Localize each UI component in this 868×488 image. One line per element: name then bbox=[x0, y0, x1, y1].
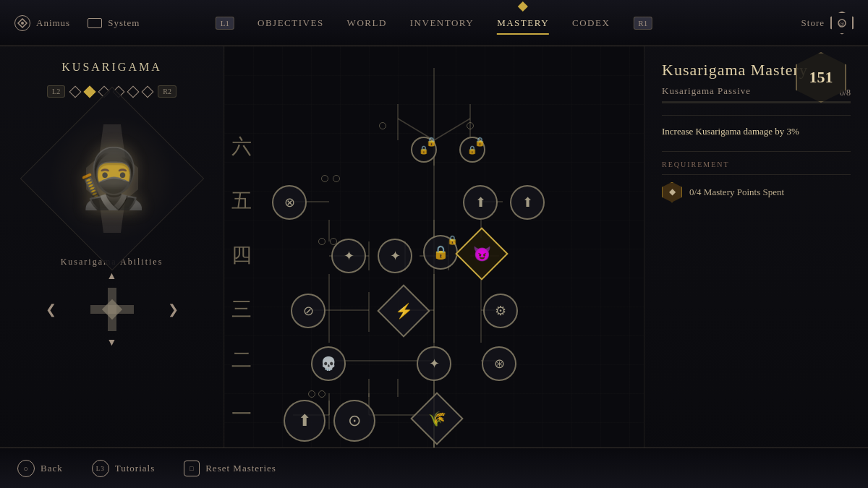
skill-node-1-circle[interactable]: ⊙ bbox=[333, 400, 375, 442]
reset-label: Reset Masteries bbox=[205, 463, 276, 474]
svg-text:@: @ bbox=[839, 21, 845, 27]
skill-node-6-2[interactable] bbox=[467, 122, 474, 129]
system-icon bbox=[88, 18, 102, 28]
selector-d1 bbox=[69, 85, 82, 98]
skill-circle-5-r1: ⬆ bbox=[463, 185, 498, 220]
nav-cross bbox=[90, 288, 134, 331]
requirement-hex-icon: ◆ bbox=[662, 182, 682, 202]
selector-d5 bbox=[127, 85, 140, 98]
skill-node-6-locked-1[interactable]: 🔒 bbox=[411, 137, 437, 163]
nav-animus[interactable]: Animus bbox=[14, 15, 70, 31]
skill-node-6-1[interactable] bbox=[379, 122, 386, 129]
skill-node-2-circle-m[interactable]: ✦ bbox=[417, 346, 451, 381]
skill-circle-4-1: ✦ bbox=[331, 239, 366, 273]
skill-node-5-circle[interactable]: ⊗ bbox=[272, 185, 307, 220]
skill-node-4-lock: 🔒 bbox=[423, 235, 458, 270]
requirement-item: ◆ 0/4 Mastery Points Spent bbox=[662, 182, 851, 202]
nav-down-btn[interactable]: ▼ bbox=[107, 337, 117, 348]
skill-node-3-circle[interactable]: ⊘ bbox=[291, 294, 326, 328]
tab-world[interactable]: World bbox=[347, 14, 387, 32]
store-icon: @ bbox=[830, 12, 854, 35]
circle-btn-icon: ○ bbox=[17, 460, 35, 477]
skill-node-5-up[interactable]: ⬆ bbox=[463, 185, 498, 220]
skill-node-4-locked[interactable]: 🔒 bbox=[423, 235, 458, 270]
row-label-5: 五 bbox=[231, 187, 252, 215]
skill-node-5-dots bbox=[321, 175, 340, 182]
skill-diamond-1: 🌾 bbox=[410, 392, 464, 445]
skill-node-2-circle[interactable]: 💀 bbox=[311, 346, 346, 381]
tab-inventory[interactable]: Inventory bbox=[410, 14, 474, 32]
skill-circle-2-m: ✦ bbox=[417, 346, 451, 381]
l2-button[interactable]: L2 bbox=[47, 85, 65, 98]
top-nav: Animus System L1 Objectives World Invent… bbox=[0, 0, 868, 46]
back-label: Back bbox=[41, 463, 63, 474]
row-label-4: 四 bbox=[231, 241, 252, 269]
node-locked: 🔒 bbox=[459, 137, 485, 163]
tutorials-label: Tutorials bbox=[115, 463, 155, 474]
nav-up: ▲ bbox=[107, 270, 117, 282]
back-button[interactable]: ○ Back bbox=[17, 460, 63, 477]
skill-node-4-circle-1[interactable]: ✦ bbox=[331, 239, 366, 273]
skill-node-1-diamond[interactable]: 🌾 bbox=[418, 400, 456, 437]
left-panel: KUSARIGAMA L2 R2 🥷 Kusarigama Abilities … bbox=[0, 46, 224, 448]
skill-circle-5-r2: ⬆ bbox=[510, 185, 545, 220]
row-label-6: 六 bbox=[231, 133, 252, 160]
diamond-inner-3: ⚡ bbox=[395, 302, 413, 320]
tutorials-btn-icon: L3 bbox=[92, 460, 109, 477]
skill-node-4-circle-2[interactable]: ✦ bbox=[378, 239, 412, 273]
l1-indicator: L1 bbox=[216, 17, 234, 30]
diamond-inner: 😈 bbox=[473, 245, 491, 262]
selector-d6 bbox=[142, 85, 154, 98]
r2-button[interactable]: R2 bbox=[158, 85, 176, 98]
mastery-passive-label: Kusarigama Passive bbox=[662, 85, 751, 97]
skill-circle-4-2: ✦ bbox=[378, 239, 412, 273]
skill-circle-2-r: ⊛ bbox=[482, 346, 516, 381]
selector-d2 bbox=[84, 85, 96, 98]
reset-btn-icon: □ bbox=[184, 461, 200, 476]
skill-circle-5: ⊗ bbox=[272, 185, 307, 220]
node-locked: 🔒 bbox=[411, 137, 437, 163]
tutorials-button[interactable]: L3 Tutorials bbox=[92, 460, 155, 477]
node-dot bbox=[318, 390, 326, 398]
skill-node-3-circle-r[interactable]: ⚙ bbox=[483, 294, 518, 328]
reset-button[interactable]: □ Reset Masteries bbox=[184, 461, 276, 476]
requirement-text: 0/4 Mastery Points Spent bbox=[689, 187, 784, 198]
row-label-3: 三 bbox=[231, 296, 252, 323]
r1-indicator: R1 bbox=[633, 17, 652, 30]
tab-mastery[interactable]: Mastery bbox=[497, 14, 549, 32]
system-label: System bbox=[108, 17, 140, 29]
skill-circle-3: ⊘ bbox=[291, 294, 326, 328]
store-button[interactable]: Store @ bbox=[801, 12, 854, 35]
skill-tree-container: 六 五 四 三 二 一 🔒 🔒 ⊗ ⬆ bbox=[224, 46, 644, 448]
tab-codex[interactable]: Codex bbox=[572, 14, 610, 32]
node-dot bbox=[308, 390, 315, 398]
skill-node-2-circle-r[interactable]: ⊛ bbox=[482, 346, 516, 381]
right-panel: Kusarigama Mastery Kusarigama Passive 0/… bbox=[644, 46, 868, 448]
skill-node-3-diamond[interactable]: ⚡ bbox=[385, 292, 422, 330]
skill-node-4-diamond[interactable]: 😈 bbox=[463, 235, 501, 273]
divider-2 bbox=[662, 151, 851, 152]
cross-center bbox=[101, 299, 122, 320]
skill-tree-area: 六 五 四 三 二 一 🔒 🔒 ⊗ ⬆ bbox=[224, 46, 644, 448]
currency-display: 151 bbox=[796, 52, 846, 103]
nav-system[interactable]: System bbox=[88, 17, 140, 29]
node-dot bbox=[379, 122, 386, 129]
node-dot bbox=[467, 122, 474, 129]
weapon-title: KUSARIGAMA bbox=[61, 61, 161, 74]
nav-right-btn[interactable]: ❯ bbox=[162, 296, 184, 323]
skill-node-5-up-r2[interactable]: ⬆ bbox=[510, 185, 545, 220]
tab-objectives[interactable]: Objectives bbox=[258, 14, 324, 32]
mastery-description: Increase Kusarigama damage by 3% bbox=[662, 124, 851, 140]
skill-node-1-up[interactable]: ⬆ bbox=[284, 400, 326, 442]
nav-center: L1 Objectives World Inventory Mastery Co… bbox=[216, 14, 652, 32]
diamond-inner-1: 🌾 bbox=[428, 410, 446, 427]
nav-up-btn[interactable]: ▲ bbox=[107, 270, 117, 282]
weapon-portrait: 🥷 bbox=[20, 87, 204, 271]
skill-diamond-4: 😈 bbox=[455, 227, 509, 281]
mastery-percent: 3% bbox=[787, 126, 799, 137]
node-dot-1 bbox=[321, 175, 328, 182]
nav-left-btn[interactable]: ❮ bbox=[40, 296, 62, 323]
node-dot-2 bbox=[333, 175, 340, 182]
weapon-figure: 🥷 bbox=[76, 145, 148, 213]
skill-node-6-locked-2[interactable]: 🔒 bbox=[459, 137, 485, 163]
